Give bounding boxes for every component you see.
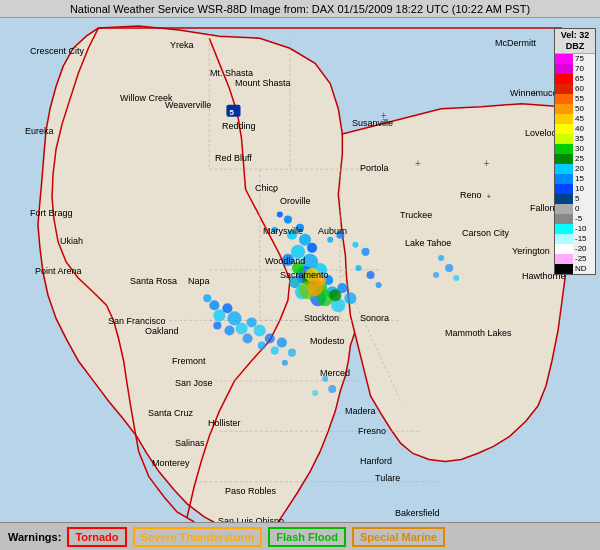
- legend-color-swatch: [555, 194, 573, 204]
- flash-flood-badge[interactable]: Flash Flood: [268, 527, 346, 547]
- legend-color-swatch: [555, 54, 573, 64]
- special-marine-badge[interactable]: Special Marine: [352, 527, 445, 547]
- legend-entry: ND: [555, 264, 595, 274]
- map-svg: + + + + + 5: [0, 18, 600, 522]
- svg-point-54: [361, 248, 369, 256]
- legend-color-swatch: [555, 104, 573, 114]
- legend-entry: 50: [555, 104, 595, 114]
- svg-point-76: [445, 264, 453, 272]
- svg-point-24: [287, 230, 297, 240]
- svg-point-56: [367, 271, 375, 279]
- tornado-badge[interactable]: Tornado: [67, 527, 126, 547]
- svg-point-22: [284, 216, 292, 224]
- legend-value-label: 25: [573, 154, 584, 164]
- legend-entry: 60: [555, 84, 595, 94]
- legend-color-swatch: [555, 124, 573, 134]
- legend-entry: 5: [555, 194, 595, 204]
- svg-point-79: [322, 376, 328, 382]
- legend-entry: 45: [555, 114, 595, 124]
- svg-point-80: [328, 385, 336, 393]
- main-container: National Weather Service WSR-88D Image f…: [0, 0, 600, 550]
- legend-color-swatch: [555, 144, 573, 154]
- svg-point-72: [277, 338, 287, 348]
- svg-text:+: +: [272, 187, 277, 196]
- svg-point-53: [352, 242, 358, 248]
- svg-text:+: +: [415, 158, 421, 169]
- legend-value-label: 15: [573, 174, 584, 184]
- legend-value-label: -10: [573, 224, 587, 234]
- legend-color-swatch: [555, 164, 573, 174]
- legend-value-label: 50: [573, 104, 584, 114]
- svg-point-52: [336, 231, 344, 239]
- legend-value-label: 5: [573, 194, 579, 204]
- svg-point-57: [376, 282, 382, 288]
- svg-text:+: +: [381, 110, 387, 121]
- legend-entry: 15: [555, 174, 595, 184]
- svg-point-68: [243, 334, 253, 344]
- legend-value-label: 45: [573, 114, 584, 124]
- svg-point-63: [235, 322, 247, 334]
- svg-point-65: [213, 321, 221, 329]
- legend-color-swatch: [555, 214, 573, 224]
- legend-value-label: 20: [573, 164, 584, 174]
- svg-point-75: [438, 255, 444, 261]
- legend-entry: -10: [555, 224, 595, 234]
- legend-entry: 55: [555, 94, 595, 104]
- svg-point-61: [222, 303, 232, 313]
- legend-value-label: 10: [573, 184, 584, 194]
- legend-entry: 35: [555, 134, 595, 144]
- legend-value-label: -5: [573, 214, 582, 224]
- svg-text:+: +: [483, 158, 489, 169]
- title-text: National Weather Service WSR-88D Image f…: [70, 3, 530, 15]
- radar-legend: Vel: 32 DBZ 7570656055504540353025201510…: [554, 28, 596, 275]
- warnings-bar: Warnings: Tornado Severe Thunderstorm Fl…: [0, 522, 600, 550]
- svg-point-51: [327, 237, 333, 243]
- svg-point-70: [265, 334, 275, 344]
- legend-color-swatch: [555, 254, 573, 264]
- svg-point-77: [453, 275, 459, 281]
- svg-point-29: [282, 254, 294, 266]
- svg-point-58: [203, 294, 211, 302]
- legend-color-swatch: [555, 114, 573, 124]
- svg-point-55: [355, 265, 361, 271]
- legend-color-swatch: [555, 264, 573, 274]
- svg-point-69: [258, 342, 266, 350]
- legend-value-label: 60: [573, 84, 584, 94]
- legend-value-label: 35: [573, 134, 584, 144]
- legend-color-swatch: [555, 204, 573, 214]
- legend-entry: 20: [555, 164, 595, 174]
- legend-value-label: 70: [573, 64, 584, 74]
- title-bar: National Weather Service WSR-88D Image f…: [0, 0, 600, 18]
- map-area: + + + + + 5: [0, 18, 600, 522]
- legend-entry: 30: [555, 144, 595, 154]
- svg-text:+: +: [486, 192, 491, 201]
- legend-entry: 0: [555, 204, 595, 214]
- legend-value-label: 65: [573, 74, 584, 84]
- svg-text:+: +: [532, 88, 538, 99]
- svg-point-74: [282, 360, 288, 366]
- svg-point-66: [247, 317, 257, 327]
- svg-point-40: [344, 292, 356, 304]
- legend-entry: 75: [555, 54, 595, 64]
- legend-entry: 10: [555, 184, 595, 194]
- svg-point-64: [224, 325, 234, 335]
- legend-value-label: 75: [573, 54, 584, 64]
- warnings-label: Warnings:: [8, 531, 61, 543]
- severe-thunderstorm-badge[interactable]: Severe Thunderstorm: [133, 527, 263, 547]
- legend-value-label: ND: [573, 264, 587, 274]
- legend-title: Vel: 32 DBZ: [555, 29, 595, 54]
- legend-value-label: 0: [573, 204, 579, 214]
- legend-entry: -15: [555, 234, 595, 244]
- svg-point-78: [433, 272, 439, 278]
- legend-bars: 757065605550454035302520151050-5-10-15-2…: [555, 54, 595, 274]
- legend-entry: -20: [555, 244, 595, 254]
- svg-point-67: [254, 324, 266, 336]
- legend-entry: 40: [555, 124, 595, 134]
- legend-entry: -5: [555, 214, 595, 224]
- legend-color-swatch: [555, 174, 573, 184]
- legend-value-label: 55: [573, 94, 584, 104]
- legend-entry: 65: [555, 74, 595, 84]
- legend-color-swatch: [555, 184, 573, 194]
- legend-color-swatch: [555, 134, 573, 144]
- legend-color-swatch: [555, 234, 573, 244]
